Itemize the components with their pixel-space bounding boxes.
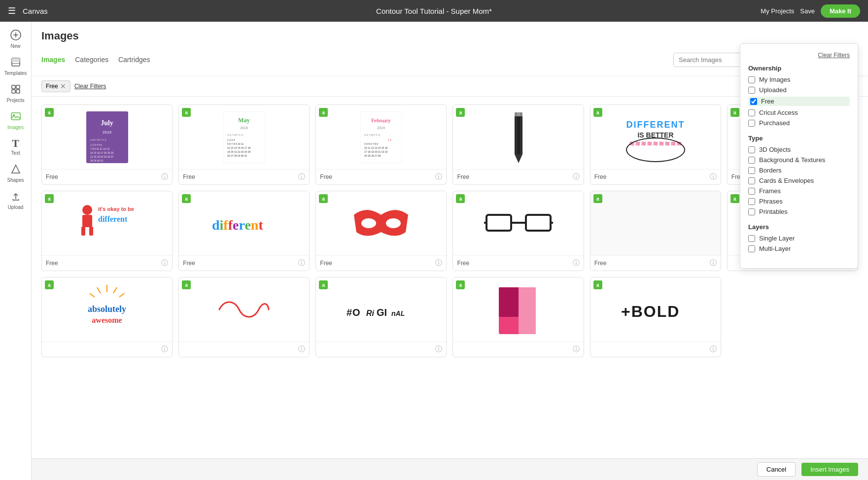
image-card-7[interactable]: a it's okay to be different (41, 191, 173, 271)
checkbox-cards-envelopes[interactable] (748, 177, 755, 184)
card-info-9[interactable]: ⓘ (435, 259, 442, 268)
nav-images[interactable]: Images (41, 56, 65, 64)
sidebar-item-images[interactable]: Images (0, 107, 31, 134)
card-badge-6: a (730, 108, 739, 117)
image-card-10[interactable]: a (452, 191, 584, 271)
card-badge-8: a (182, 194, 191, 203)
image-card-16[interactable]: a ⓘ (452, 277, 584, 357)
checkbox-3d-objects[interactable] (748, 146, 755, 153)
filter-3d-objects[interactable]: 3D Objects (748, 146, 850, 153)
card-info-7[interactable]: ⓘ (161, 259, 168, 268)
filter-phrases[interactable]: Phrases (748, 198, 850, 205)
my-projects-link[interactable]: My Projects (761, 7, 794, 15)
grid-container: a July 2019 S M T W T F S 1 2 3 4 5 6 7 … (41, 104, 858, 357)
card-footer-11: Free ⓘ (590, 255, 721, 271)
image-card-1[interactable]: a July 2019 S M T W T F S 1 2 3 4 5 6 7 … (41, 104, 173, 185)
image-card-15[interactable]: a #O Ri GI nAL ⓘ (315, 277, 447, 357)
filter-single-layer[interactable]: Single Layer (748, 235, 850, 242)
sidebar-item-text[interactable]: T Text (0, 134, 31, 160)
image-card-3[interactable]: a February 2019 S H T W T F S 1 2 3 4 5 … (315, 104, 447, 185)
card-image-2: May 2019 S H T W T F S 1 2 3 4 5 6 7 8 9… (179, 105, 309, 169)
layers-section: Layers Single Layer Multi-Layer (748, 223, 850, 252)
checkbox-borders[interactable] (748, 167, 755, 174)
label-cricut-access: Cricut Access (759, 109, 798, 116)
sidebar-item-shapes[interactable]: Shapes (0, 160, 31, 187)
card-info-17[interactable]: ⓘ (710, 345, 717, 354)
filter-panel-clear-button[interactable]: Clear Filters (818, 52, 850, 59)
svg-text:DIFFERENT: DIFFERENT (626, 120, 685, 130)
card-info-15[interactable]: ⓘ (435, 345, 442, 354)
checkbox-multi-layer[interactable] (748, 245, 755, 252)
sidebar-item-templates[interactable]: Templates (0, 53, 31, 80)
filter-free[interactable]: Free (748, 97, 850, 106)
filter-tag-close[interactable]: ✕ (60, 82, 66, 90)
image-card-5[interactable]: a DIFFERENT IS BETTER ≋≋≋≋≋≋≋≋≋ Free (590, 104, 721, 185)
make-it-button[interactable]: Make It (821, 4, 860, 18)
filter-printables[interactable]: Printables (748, 208, 850, 215)
checkbox-free[interactable] (750, 98, 757, 105)
card-info-4[interactable]: ⓘ (573, 172, 580, 181)
label-printables: Printables (759, 208, 788, 215)
image-card-17[interactable]: a +BOLD ⓘ (590, 277, 721, 357)
card-info-10[interactable]: ⓘ (573, 259, 580, 268)
image-card-14[interactable]: a ⓘ (178, 277, 310, 357)
sidebar-item-projects[interactable]: Projects (0, 80, 31, 107)
label-borders: Borders (759, 167, 782, 174)
clear-filters-link[interactable]: Clear Filters (74, 83, 106, 90)
checkbox-cricut-access[interactable] (748, 109, 755, 116)
svg-text:#O: #O (347, 307, 361, 318)
checkbox-frames[interactable] (748, 188, 755, 195)
card-info-3[interactable]: ⓘ (435, 172, 442, 181)
svg-text:14  15  16  17  18  19  20: 14 15 16 17 18 19 20 (90, 151, 113, 154)
svg-text:12  13  14  15  16  17  18: 12 13 14 15 16 17 18 (227, 146, 250, 149)
sidebar-item-new[interactable]: New (0, 26, 31, 53)
card-info-2[interactable]: ⓘ (298, 172, 305, 181)
image-card-9[interactable]: a Free ⓘ (315, 191, 447, 271)
filter-multi-layer[interactable]: Multi-Layer (748, 245, 850, 252)
svg-text:1   2: 1 2 (388, 138, 391, 141)
card-info-11[interactable]: ⓘ (710, 259, 717, 268)
checkbox-background-textures[interactable] (748, 157, 755, 164)
filter-cricut-access[interactable]: Cricut Access (748, 109, 850, 116)
cancel-button[interactable]: Cancel (757, 462, 796, 477)
svg-text:5   6   7   8   9  10  11: 5 6 7 8 9 10 11 (227, 142, 244, 145)
filter-my-images[interactable]: My Images (748, 76, 850, 83)
card-info-13[interactable]: ⓘ (161, 345, 168, 354)
card-price-11: Free (594, 260, 607, 267)
image-card-13[interactable]: a absolutely awesome (41, 277, 173, 357)
save-button[interactable]: Save (800, 7, 815, 15)
image-card-11[interactable]: a Free ⓘ (590, 191, 721, 271)
checkbox-purchased[interactable] (748, 120, 755, 127)
nav-cartridges[interactable]: Cartridges (118, 56, 150, 64)
card-image-4 (453, 105, 583, 169)
card-price-8: Free (183, 260, 195, 267)
card-info-16[interactable]: ⓘ (573, 345, 580, 354)
checkbox-printables[interactable] (748, 208, 755, 215)
checkbox-single-layer[interactable] (748, 235, 755, 242)
svg-line-76 (119, 293, 124, 297)
card-badge-7: a (45, 194, 54, 203)
menu-icon[interactable]: ☰ (8, 5, 16, 16)
image-card-4[interactable]: a Free ⓘ (452, 104, 584, 185)
filter-purchased[interactable]: Purchased (748, 119, 850, 127)
card-info-14[interactable]: ⓘ (298, 345, 305, 354)
checkbox-my-images[interactable] (748, 76, 755, 83)
upload-icon (10, 191, 21, 203)
image-card-2[interactable]: a May 2019 S H T W T F S 1 2 3 4 5 6 7 8… (178, 104, 310, 185)
filter-background-textures[interactable]: Background & Textures (748, 156, 850, 164)
nav-categories[interactable]: Categories (75, 56, 108, 64)
insert-images-button[interactable]: Insert Images (801, 463, 858, 476)
checkbox-uploaded[interactable] (748, 87, 755, 94)
card-badge-16: a (456, 280, 465, 289)
filter-borders[interactable]: Borders (748, 167, 850, 174)
filter-frames[interactable]: Frames (748, 187, 850, 195)
filter-cards-envelopes[interactable]: Cards & Envelopes (748, 177, 850, 184)
card-info-5[interactable]: ⓘ (710, 172, 717, 181)
card-info-1[interactable]: ⓘ (161, 172, 168, 181)
image-card-8[interactable]: a different Free ⓘ (178, 191, 310, 271)
sidebar-item-upload[interactable]: Upload (0, 187, 31, 214)
checkbox-phrases[interactable] (748, 198, 755, 205)
sidebar-label-projects: Projects (6, 98, 24, 103)
card-info-8[interactable]: ⓘ (298, 259, 305, 268)
filter-uploaded[interactable]: Uploaded (748, 86, 850, 94)
